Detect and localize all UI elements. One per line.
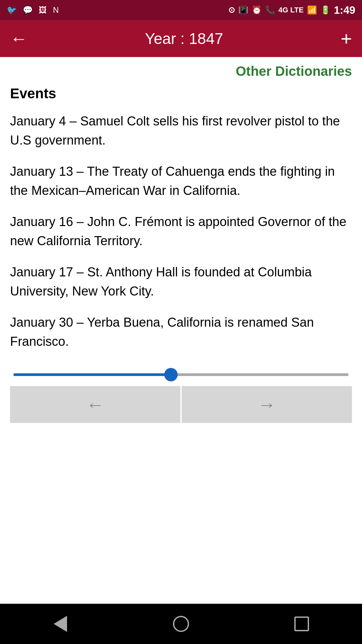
prev-button[interactable]: ←	[10, 386, 180, 423]
home-nav-icon	[173, 616, 189, 632]
hotspot-icon: ⊙	[228, 5, 235, 15]
twitter-icon: 🐦	[7, 5, 17, 15]
add-button[interactable]: +	[341, 29, 352, 48]
event-item-5: January 30 – Yerba Buena, California is …	[10, 313, 352, 351]
event-item-4: January 17 – St. Anthony Hall is founded…	[10, 263, 352, 301]
recents-nav-icon	[294, 616, 309, 631]
event-item-3: January 16 – John C. Frémont is appointe…	[10, 212, 352, 251]
recents-nav-button[interactable]	[285, 614, 318, 634]
event-item-1: January 4 – Samuel Colt sells his first …	[10, 112, 352, 150]
time-display: 1:49	[334, 4, 355, 16]
whatsapp-icon: 💬	[23, 5, 33, 15]
signal-icon: 📶	[307, 5, 317, 15]
main-content: Other Dictionaries Events January 4 – Sa…	[0, 57, 362, 604]
back-button[interactable]: ←	[10, 30, 27, 47]
events-heading: Events	[10, 86, 352, 102]
status-icons-right: ⊙ 📳 ⏰ 📞 4G LTE 📶 🔋 1:49	[228, 4, 355, 16]
alarm-icon: ⏰	[252, 5, 262, 15]
slider-fill	[13, 373, 171, 376]
next-button[interactable]: →	[182, 386, 352, 423]
back-nav-icon	[54, 616, 67, 632]
other-dictionaries-link[interactable]: Other Dictionaries	[10, 64, 352, 79]
next-arrow-icon: →	[258, 395, 276, 414]
4g-lte-icon: 4G LTE	[279, 6, 304, 14]
page-title: Year : 1847	[27, 30, 341, 48]
event-item-2: January 13 – The Treaty of Cahuenga ends…	[10, 162, 352, 200]
slider-track	[13, 373, 349, 376]
home-nav-button[interactable]	[164, 614, 198, 634]
nav-buttons: ← →	[10, 386, 352, 423]
nfc-icon: N	[53, 5, 59, 15]
back-nav-button[interactable]	[44, 614, 77, 634]
battery-icon: 🔋	[320, 5, 330, 15]
call-icon: 📞	[265, 5, 275, 15]
slider-thumb[interactable]	[164, 368, 178, 381]
status-bar: 🐦 💬 🖼 N ⊙ 📳 ⏰ 📞 4G LTE 📶 🔋 1:49	[0, 0, 362, 20]
status-icons-left: 🐦 💬 🖼 N	[7, 5, 59, 15]
bottom-nav-bar	[0, 604, 362, 644]
image-icon: 🖼	[39, 5, 47, 15]
timeline-slider[interactable]	[10, 363, 352, 376]
prev-arrow-icon: ←	[86, 395, 104, 414]
vibrate-icon: 📳	[238, 5, 248, 15]
app-header: ← Year : 1847 +	[0, 20, 362, 57]
